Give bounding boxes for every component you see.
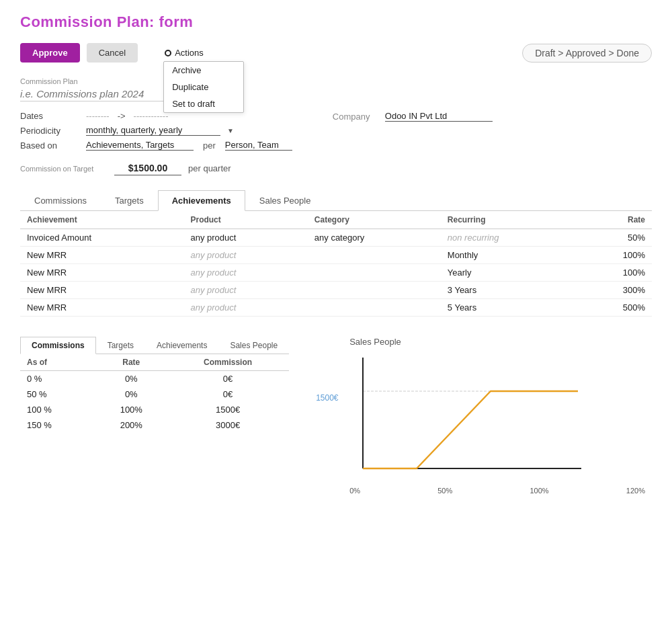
sub-tab-sales-people[interactable]: Sales People	[218, 337, 289, 354]
col-rate: Rate	[577, 211, 652, 229]
cell-recurring: 3 Years	[441, 282, 577, 299]
commission-target-label: Commission on Target	[20, 165, 108, 173]
based-on-label: Based on	[20, 140, 81, 151]
cell-achievement: New MRR	[20, 299, 183, 317]
cell-recurring: Monthly	[441, 247, 577, 264]
cell-recurring: non recurring	[441, 229, 577, 247]
chart-x-labels: 0% 50% 100% 120%	[316, 487, 652, 495]
cell-rate: 50%	[577, 229, 652, 247]
col-rate: Rate	[96, 354, 167, 371]
right-fields: Company Odoo IN Pvt Ltd	[333, 111, 493, 126]
cell-product: any product	[183, 282, 307, 299]
company-label: Company	[333, 112, 380, 122]
cell-achievement: New MRR	[20, 247, 183, 264]
cell-category	[308, 264, 441, 282]
commission-target-amount: $1500.00	[114, 161, 181, 175]
bottom-section: Commissions Targets Achievements Sales P…	[20, 337, 652, 495]
table-row: New MRR any product 5 Years 500%	[20, 299, 652, 317]
left-fields: Dates -------- -> ------------ Periodici…	[20, 111, 292, 155]
cell-product: any product	[183, 299, 307, 317]
cell-commission: 1500€	[167, 402, 289, 417]
company-value: Odoo IN Pvt Ltd	[385, 111, 493, 122]
cell-rate: 200%	[96, 417, 167, 433]
cell-recurring: Yearly	[441, 264, 577, 282]
commission-chart	[343, 351, 585, 485]
cell-achievement: New MRR	[20, 264, 183, 282]
table-row: 50 % 0% 0€	[20, 386, 289, 402]
sub-tab-achievements[interactable]: Achievements	[145, 337, 218, 354]
chart-y-label: 1500€	[316, 393, 338, 443]
sub-tabs-bar: Commissions Targets Achievements Sales P…	[20, 337, 289, 354]
cell-category	[308, 299, 441, 317]
cell-achievement: Invoiced Amount	[20, 229, 183, 247]
col-recurring: Recurring	[441, 211, 577, 229]
x-label-50: 50%	[437, 487, 452, 495]
col-product: Product	[183, 211, 307, 229]
periodicity-value: monthly, quarterly, yearly	[86, 125, 220, 136]
chart-wrapper: Sales People 1500€ 0% 50% 100% 120%	[316, 337, 652, 495]
cell-product: any product	[183, 264, 307, 282]
upper-tabs-section: Commissions Targets Achievements Sales P…	[20, 190, 652, 317]
cell-as-of: 0 %	[20, 371, 96, 387]
tab-commissions[interactable]: Commissions	[20, 190, 101, 211]
periodicity-chevron-icon: ▼	[227, 127, 234, 134]
col-as-of: As of	[20, 354, 96, 371]
tab-sales-people[interactable]: Sales People	[245, 190, 325, 211]
commissions-table-wrapper: Commissions Targets Achievements Sales P…	[20, 337, 289, 433]
cell-rate: 300%	[577, 282, 652, 299]
cell-rate: 100%	[577, 247, 652, 264]
cell-rate: 100%	[577, 264, 652, 282]
tab-targets[interactable]: Targets	[101, 190, 158, 211]
status-bar: Draft > Approved > Done	[522, 44, 652, 63]
tab-achievements[interactable]: Achievements	[158, 190, 245, 211]
action-duplicate[interactable]: Duplicate	[164, 79, 243, 95]
cell-rate: 0%	[96, 386, 167, 402]
actions-dot-icon	[165, 50, 171, 56]
col-achievement: Achievement	[20, 211, 183, 229]
table-row: New MRR any product 3 Years 300%	[20, 282, 652, 299]
action-archive[interactable]: Archive	[164, 62, 243, 79]
cell-product: any product	[183, 247, 307, 264]
cell-product: any product	[183, 229, 307, 247]
cell-commission: 0€	[167, 386, 289, 402]
actions-label: Actions	[175, 48, 204, 58]
table-row: Invoiced Amount any product any category…	[20, 229, 652, 247]
cell-rate: 0%	[96, 371, 167, 387]
cell-achievement: New MRR	[20, 282, 183, 299]
action-set-to-draft[interactable]: Set to draft	[164, 95, 243, 112]
cell-category	[308, 247, 441, 264]
table-row: 0 % 0% 0€	[20, 371, 289, 387]
cell-commission: 0€	[167, 371, 289, 387]
cell-as-of: 100 %	[20, 402, 96, 417]
x-label-0: 0%	[349, 487, 360, 495]
periodicity-label: Periodicity	[20, 126, 81, 136]
per-value: Person, Team	[225, 140, 292, 151]
upper-tabs-bar: Commissions Targets Achievements Sales P…	[20, 190, 652, 211]
table-row: 100 % 100% 1500€	[20, 402, 289, 417]
col-category: Category	[308, 211, 441, 229]
cell-as-of: 50 %	[20, 386, 96, 402]
approve-button[interactable]: Approve	[20, 43, 80, 63]
cancel-button[interactable]: Cancel	[87, 43, 138, 63]
form-section: Commission Plan Dates -------- -> ------…	[20, 77, 652, 175]
actions-trigger[interactable]: Actions	[165, 48, 204, 58]
actions-menu-wrapper: Actions Archive Duplicate Set to draft	[165, 48, 204, 58]
sub-tab-targets[interactable]: Targets	[96, 337, 145, 354]
table-row: New MRR any product Monthly 100%	[20, 247, 652, 264]
col-commission: Commission	[167, 354, 289, 371]
based-on-value: Achievements, Targets	[86, 140, 194, 151]
cell-commission: 3000€	[167, 417, 289, 433]
sub-tab-commissions[interactable]: Commissions	[20, 337, 96, 354]
cell-category	[308, 282, 441, 299]
table-row: 150 % 200% 3000€	[20, 417, 289, 433]
dates-arrow: ->	[118, 111, 126, 121]
dates-from: --------	[86, 111, 110, 121]
x-label-100: 100%	[530, 487, 548, 495]
toolbar: Approve Cancel Actions Archive Duplicate…	[20, 43, 652, 63]
per-label: per	[203, 140, 216, 151]
achievements-table: Achievement Product Category Recurring R…	[20, 211, 652, 317]
chart-title: Sales People	[316, 337, 652, 347]
cell-recurring: 5 Years	[441, 299, 577, 317]
actions-dropdown: Archive Duplicate Set to draft	[163, 61, 244, 113]
page-title: Commission Plan: form	[20, 13, 652, 31]
